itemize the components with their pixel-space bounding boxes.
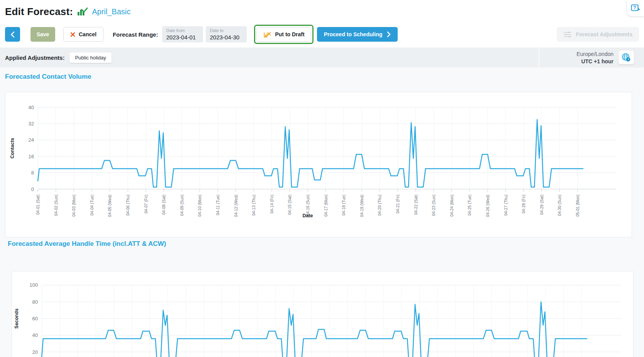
forecast-chart-icon bbox=[77, 7, 88, 16]
svg-text:04-19 (Wed): 04-19 (Wed) bbox=[359, 195, 364, 217]
svg-text:04-08 (Sat): 04-08 (Sat) bbox=[161, 195, 166, 215]
applied-adjustments-label: Applied Adjustments: bbox=[5, 54, 64, 61]
adjustment-chip[interactable]: Public holiday bbox=[69, 52, 111, 63]
svg-text:0: 0 bbox=[31, 186, 34, 192]
svg-text:04-09 (Sun): 04-09 (Sun) bbox=[180, 195, 184, 216]
svg-text:04-30 (Sun): 04-30 (Sun) bbox=[557, 195, 562, 216]
svg-text:04-07 (Fri): 04-07 (Fri) bbox=[144, 195, 148, 213]
sliders-icon bbox=[563, 31, 572, 38]
help-icon: ? bbox=[631, 4, 641, 12]
forward-chevron-icon bbox=[387, 31, 391, 37]
proceed-label: Proceed to Scheduling bbox=[324, 31, 383, 37]
svg-text:04-01 (Sat): 04-01 (Sat) bbox=[36, 195, 40, 215]
svg-text:80: 80 bbox=[32, 299, 38, 305]
svg-text:04-21 (Fri): 04-21 (Fri) bbox=[395, 195, 400, 213]
page-content: Forecasted Contact Volume 081624324004-0… bbox=[0, 68, 644, 357]
applied-adjustments-bar: Applied Adjustments: Public holiday Euro… bbox=[0, 47, 644, 68]
svg-text:05-01 (Mon): 05-01 (Mon) bbox=[575, 195, 580, 217]
svg-text:60: 60 bbox=[32, 316, 38, 321]
svg-text:Contacts: Contacts bbox=[10, 138, 15, 159]
toolbar: Save Cancel Forecast Range: Date from 20… bbox=[5, 25, 639, 44]
svg-text:04-06 (Thu): 04-06 (Thu) bbox=[125, 195, 130, 216]
date-to-label: Date to bbox=[210, 28, 243, 33]
aht-heading: Forecasted Average Handle Time (incl.ATT… bbox=[8, 240, 166, 248]
cancel-x-icon bbox=[70, 32, 75, 37]
timezone-region: Europe/London bbox=[576, 51, 613, 57]
put-to-draft-label: Put to Draft bbox=[275, 31, 304, 37]
contact-volume-heading: Forecasted Contact Volume bbox=[5, 73, 92, 81]
svg-text:04-12 (Wed): 04-12 (Wed) bbox=[234, 195, 238, 217]
svg-text:04-05 (Wed): 04-05 (Wed) bbox=[107, 195, 112, 217]
svg-text:Date: Date bbox=[302, 213, 313, 218]
timezone-block: Europe/London UTC +1 hour bbox=[576, 51, 613, 64]
svg-text:?: ? bbox=[633, 5, 636, 10]
aht-chart: 20406080100Seconds bbox=[12, 271, 633, 357]
date-to-value: 2023-04-30 bbox=[210, 34, 243, 41]
svg-text:04-13 (Thu): 04-13 (Thu) bbox=[251, 195, 256, 216]
date-from-label: Date from bbox=[166, 28, 199, 33]
svg-text:04-24 (Mon): 04-24 (Mon) bbox=[449, 195, 454, 217]
save-button[interactable]: Save bbox=[31, 27, 55, 42]
date-from-field[interactable]: Date from 2023-04-01 bbox=[162, 26, 203, 42]
svg-text:Seconds: Seconds bbox=[14, 308, 19, 328]
svg-text:04-03 (Mon): 04-03 (Mon) bbox=[71, 195, 76, 217]
svg-text:04-10 (Mon): 04-10 (Mon) bbox=[197, 195, 202, 217]
page-title: Edit Forecast: bbox=[5, 6, 73, 18]
page-title-row: Edit Forecast: April_Basic bbox=[0, 0, 644, 18]
draft-chart-x-icon bbox=[263, 31, 271, 38]
svg-text:04-25 (Tue): 04-25 (Tue) bbox=[467, 195, 472, 215]
contact-volume-chart: 081624324004-01 (Sat)04-02 (Sun)04-03 (M… bbox=[5, 92, 632, 237]
svg-text:16: 16 bbox=[29, 154, 34, 159]
cancel-button[interactable]: Cancel bbox=[63, 27, 103, 42]
contact-volume-chart-card: 081624324004-01 (Sat)04-02 (Sun)04-03 (M… bbox=[5, 92, 632, 237]
svg-text:24: 24 bbox=[29, 137, 34, 143]
timezone-separator bbox=[539, 47, 539, 68]
forecast-adjustments-label: Forecast Adjustments bbox=[576, 31, 632, 37]
svg-text:04-22 (Sat): 04-22 (Sat) bbox=[414, 195, 418, 215]
svg-text:04-17 (Mon): 04-17 (Mon) bbox=[324, 195, 328, 217]
timezone-globe-button[interactable] bbox=[619, 51, 634, 64]
svg-text:04-15 (Sat): 04-15 (Sat) bbox=[287, 195, 292, 215]
svg-text:04-02 (Sun): 04-02 (Sun) bbox=[54, 195, 58, 216]
help-button[interactable]: ? bbox=[627, 0, 644, 16]
timezone-offset: UTC +1 hour bbox=[576, 58, 613, 64]
svg-text:04-23 (Sun): 04-23 (Sun) bbox=[431, 195, 436, 216]
svg-text:04-11 (Tue): 04-11 (Tue) bbox=[215, 195, 220, 215]
svg-text:04-14 (Fri): 04-14 (Fri) bbox=[269, 195, 274, 213]
annotation-highlight-box: Put to Draft bbox=[254, 25, 313, 44]
svg-text:04-18 (Tue): 04-18 (Tue) bbox=[341, 195, 346, 215]
svg-text:04-29 (Sat): 04-29 (Sat) bbox=[539, 195, 544, 215]
svg-text:04-20 (Thu): 04-20 (Thu) bbox=[377, 195, 382, 216]
top-bar: Edit Forecast: April_Basic Save Cancel F… bbox=[0, 0, 644, 47]
cancel-label: Cancel bbox=[79, 31, 97, 37]
back-button[interactable] bbox=[5, 27, 20, 42]
aht-chart-card: 20406080100Seconds bbox=[12, 271, 634, 357]
forecast-adjustments-button: Forecast Adjustments bbox=[557, 27, 639, 42]
svg-text:04-28 (Fri): 04-28 (Fri) bbox=[521, 195, 526, 213]
svg-text:04-27 (Thu): 04-27 (Thu) bbox=[503, 195, 508, 216]
forecast-range-label: Forecast Range: bbox=[113, 31, 158, 38]
put-to-draft-button[interactable]: Put to Draft bbox=[256, 27, 311, 42]
date-from-value: 2023-04-01 bbox=[166, 34, 199, 41]
proceed-to-scheduling-button[interactable]: Proceed to Scheduling bbox=[317, 27, 398, 42]
svg-text:04-26 (Wed): 04-26 (Wed) bbox=[485, 195, 490, 217]
svg-text:20: 20 bbox=[32, 349, 38, 355]
svg-text:8: 8 bbox=[31, 170, 34, 176]
svg-text:40: 40 bbox=[32, 332, 38, 338]
globe-clock-icon bbox=[621, 52, 631, 63]
svg-text:04-04 (Tue): 04-04 (Tue) bbox=[90, 195, 94, 215]
svg-text:32: 32 bbox=[29, 121, 34, 127]
back-chevron-icon bbox=[10, 31, 15, 38]
svg-text:100: 100 bbox=[29, 282, 38, 288]
svg-text:40: 40 bbox=[29, 105, 34, 110]
forecast-name-link[interactable]: April_Basic bbox=[92, 7, 130, 16]
date-to-field[interactable]: Date to 2023-04-30 bbox=[206, 26, 247, 42]
